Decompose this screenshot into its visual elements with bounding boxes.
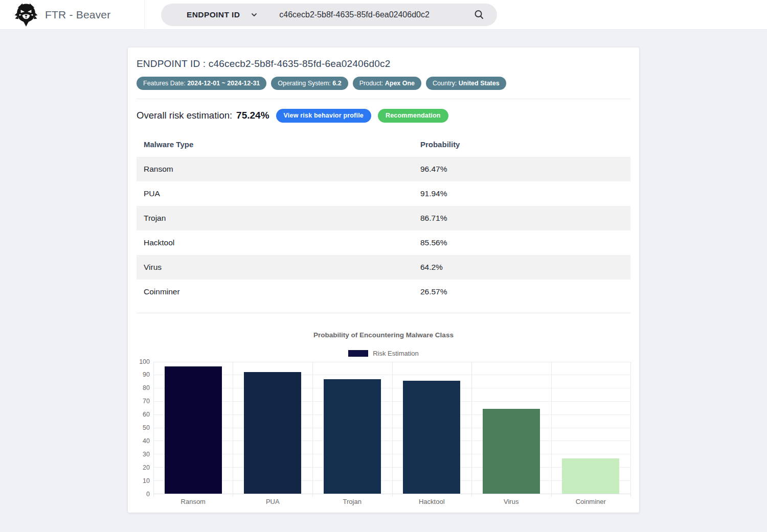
risk-value: 75.24% [236,110,269,121]
gridline [471,362,472,497]
chart-title: Probability of Encountering Malware Clas… [137,331,630,339]
y-axis-tick-label: 30 [143,451,150,458]
probability-cell: 96.47% [413,157,630,181]
gridline [551,362,552,497]
table-row: Trojan86.71% [137,206,630,230]
gridline [233,362,233,497]
search-bar[interactable]: ENDPOINT ID [161,4,497,26]
risk-label: Overall risk estimation: [137,110,232,121]
gridline [153,362,154,497]
x-axis-category-label: Virus [471,498,551,505]
column-header-malware-type: Malware Type [137,135,413,157]
chart-plot [153,362,630,494]
bar-virus [483,409,540,494]
status-badge: Product: Apex One [353,77,421,90]
view-risk-behavior-profile-button[interactable]: View risk behavior profile [276,109,371,123]
column-header-probability: Probability [413,135,630,157]
malware-probability-table: Malware Type Probability Ransom96.47%PUA… [137,135,630,304]
risk-row: Overall risk estimation: 75.24% View ris… [137,109,630,123]
table-row: Coinminer26.57% [137,280,630,304]
bar-pua [244,372,301,493]
search-button[interactable] [471,7,487,22]
status-badge: Country: United States [426,77,506,90]
y-axis-tick-label: 0 [146,491,150,498]
chart-y-axis: 0102030405060708090100 [137,362,153,494]
chart-x-axis: RansomPUATrojanHacktoolVirusCoinminer [153,498,630,505]
gridline [630,362,631,497]
y-axis-tick-label: 60 [143,411,150,418]
divider [137,99,630,99]
malware-type-cell: Ransom [137,157,413,181]
beaver-logo-icon [14,2,38,28]
legend-label: Risk Estimation [373,350,419,357]
y-axis-tick-label: 90 [143,371,150,378]
bar-chart: 0102030405060708090100 [137,362,630,494]
chart-legend-item[interactable]: Risk Estimation [137,350,630,357]
page-title: ENDPOINT ID : c46cecb2-5b8f-4635-85fd-6e… [137,58,630,70]
y-axis-tick-label: 70 [143,398,150,405]
badge-row: Features Date: 2024-12-01 ~ 2024-12-31Op… [137,77,630,90]
recommendation-button[interactable]: Recommendation [378,109,448,123]
probability-cell: 64.2% [413,255,630,280]
y-axis-tick-label: 100 [139,358,150,365]
action-buttons: View risk behavior profileRecommendation [269,109,448,123]
x-axis-category-label: PUA [233,498,313,505]
status-badge: Operating System: 6.2 [271,77,348,90]
bar-ransom [165,366,222,494]
malware-type-cell: Coinminer [137,280,413,304]
legend-swatch [348,350,368,357]
y-axis-tick-label: 50 [143,424,150,431]
malware-type-cell: PUA [137,181,413,206]
x-axis-category-label: Trojan [312,498,392,505]
y-axis-tick-label: 40 [143,437,150,445]
app-header: FTR - Beaver ENDPOINT ID [0,0,767,30]
y-axis-tick-label: 20 [143,464,150,471]
gridline [312,362,313,497]
probability-cell: 86.71% [413,206,630,230]
bar-trojan [324,379,381,494]
bar-coinminer [562,458,619,494]
probability-cell: 26.57% [413,280,630,304]
table-row: Ransom96.47% [137,157,630,181]
endpoint-report-card: ENDPOINT ID : c46cecb2-5b8f-4635-85fd-6e… [128,48,639,513]
brand-name: FTR - Beaver [45,9,110,21]
search-category-dropdown[interactable]: ENDPOINT ID [184,10,243,20]
brand: FTR - Beaver [0,0,145,29]
gridline [392,362,393,497]
y-axis-tick-label: 80 [143,384,150,391]
malware-type-cell: Trojan [137,206,413,230]
probability-cell: 85.56% [413,230,630,255]
x-axis-category-label: Hacktool [392,498,472,505]
table-header-row: Malware Type Probability [137,135,630,157]
status-badge: Features Date: 2024-12-01 ~ 2024-12-31 [137,77,266,90]
chevron-down-icon[interactable] [251,11,258,18]
x-axis-category-label: Coinminer [551,498,631,505]
search-icon [473,9,485,20]
probability-cell: 91.94% [413,181,630,206]
search-input[interactable] [278,10,471,20]
x-axis-category-label: Ransom [153,498,233,505]
y-axis-tick-label: 10 [143,477,150,484]
malware-type-cell: Hacktool [137,230,413,255]
bar-hacktool [403,381,460,494]
table-row: PUA91.94% [137,181,630,206]
malware-type-cell: Virus [137,255,413,280]
table-row: Virus64.2% [137,255,630,280]
divider [137,313,630,313]
table-row: Hacktool85.56% [137,230,630,255]
